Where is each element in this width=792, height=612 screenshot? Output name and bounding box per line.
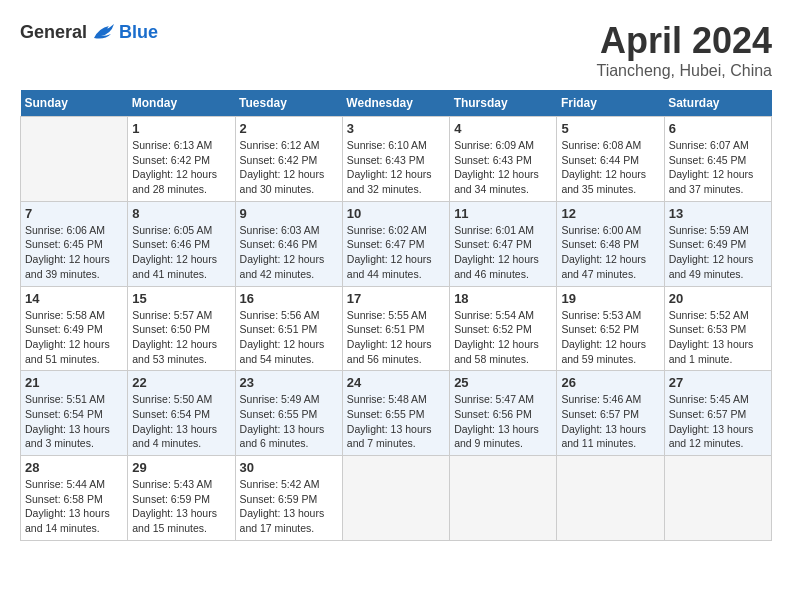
calendar-cell (557, 456, 664, 541)
day-number: 2 (240, 121, 338, 136)
day-number: 4 (454, 121, 552, 136)
day-number: 17 (347, 291, 445, 306)
day-number: 6 (669, 121, 767, 136)
day-number: 11 (454, 206, 552, 221)
day-info: Sunrise: 5:46 AM Sunset: 6:57 PM Dayligh… (561, 392, 659, 451)
logo-general-text: General (20, 22, 87, 43)
title-section: April 2024 Tiancheng, Hubei, China (596, 20, 772, 80)
calendar-cell: 28Sunrise: 5:44 AM Sunset: 6:58 PM Dayli… (21, 456, 128, 541)
weekday-header: Sunday (21, 90, 128, 117)
week-row: 28Sunrise: 5:44 AM Sunset: 6:58 PM Dayli… (21, 456, 772, 541)
logo-bird-icon (89, 20, 119, 44)
day-number: 10 (347, 206, 445, 221)
day-number: 14 (25, 291, 123, 306)
week-row: 7Sunrise: 6:06 AM Sunset: 6:45 PM Daylig… (21, 201, 772, 286)
day-info: Sunrise: 5:42 AM Sunset: 6:59 PM Dayligh… (240, 477, 338, 536)
day-number: 22 (132, 375, 230, 390)
day-number: 30 (240, 460, 338, 475)
day-info: Sunrise: 6:02 AM Sunset: 6:47 PM Dayligh… (347, 223, 445, 282)
week-row: 21Sunrise: 5:51 AM Sunset: 6:54 PM Dayli… (21, 371, 772, 456)
day-info: Sunrise: 6:09 AM Sunset: 6:43 PM Dayligh… (454, 138, 552, 197)
day-number: 15 (132, 291, 230, 306)
calendar-cell: 1Sunrise: 6:13 AM Sunset: 6:42 PM Daylig… (128, 117, 235, 202)
page-header: General Blue April 2024 Tiancheng, Hubei… (20, 20, 772, 80)
day-info: Sunrise: 5:54 AM Sunset: 6:52 PM Dayligh… (454, 308, 552, 367)
calendar-cell (450, 456, 557, 541)
weekday-header: Friday (557, 90, 664, 117)
calendar-cell: 27Sunrise: 5:45 AM Sunset: 6:57 PM Dayli… (664, 371, 771, 456)
day-number: 12 (561, 206, 659, 221)
day-number: 1 (132, 121, 230, 136)
day-number: 26 (561, 375, 659, 390)
day-number: 5 (561, 121, 659, 136)
day-info: Sunrise: 6:06 AM Sunset: 6:45 PM Dayligh… (25, 223, 123, 282)
day-info: Sunrise: 5:56 AM Sunset: 6:51 PM Dayligh… (240, 308, 338, 367)
day-info: Sunrise: 5:44 AM Sunset: 6:58 PM Dayligh… (25, 477, 123, 536)
calendar-cell: 11Sunrise: 6:01 AM Sunset: 6:47 PM Dayli… (450, 201, 557, 286)
calendar-cell: 13Sunrise: 5:59 AM Sunset: 6:49 PM Dayli… (664, 201, 771, 286)
calendar-cell: 16Sunrise: 5:56 AM Sunset: 6:51 PM Dayli… (235, 286, 342, 371)
calendar-cell: 23Sunrise: 5:49 AM Sunset: 6:55 PM Dayli… (235, 371, 342, 456)
day-info: Sunrise: 5:52 AM Sunset: 6:53 PM Dayligh… (669, 308, 767, 367)
calendar-cell: 7Sunrise: 6:06 AM Sunset: 6:45 PM Daylig… (21, 201, 128, 286)
weekday-header-row: SundayMondayTuesdayWednesdayThursdayFrid… (21, 90, 772, 117)
calendar-cell: 6Sunrise: 6:07 AM Sunset: 6:45 PM Daylig… (664, 117, 771, 202)
calendar-cell: 19Sunrise: 5:53 AM Sunset: 6:52 PM Dayli… (557, 286, 664, 371)
calendar-cell: 30Sunrise: 5:42 AM Sunset: 6:59 PM Dayli… (235, 456, 342, 541)
day-info: Sunrise: 6:08 AM Sunset: 6:44 PM Dayligh… (561, 138, 659, 197)
day-number: 18 (454, 291, 552, 306)
day-number: 9 (240, 206, 338, 221)
day-info: Sunrise: 6:05 AM Sunset: 6:46 PM Dayligh… (132, 223, 230, 282)
logo-blue-text: Blue (119, 22, 158, 43)
calendar-cell: 14Sunrise: 5:58 AM Sunset: 6:49 PM Dayli… (21, 286, 128, 371)
day-number: 25 (454, 375, 552, 390)
day-number: 16 (240, 291, 338, 306)
calendar-cell: 29Sunrise: 5:43 AM Sunset: 6:59 PM Dayli… (128, 456, 235, 541)
calendar-cell: 20Sunrise: 5:52 AM Sunset: 6:53 PM Dayli… (664, 286, 771, 371)
day-info: Sunrise: 5:55 AM Sunset: 6:51 PM Dayligh… (347, 308, 445, 367)
logo: General Blue (20, 20, 158, 44)
day-number: 13 (669, 206, 767, 221)
calendar-cell: 26Sunrise: 5:46 AM Sunset: 6:57 PM Dayli… (557, 371, 664, 456)
day-info: Sunrise: 6:07 AM Sunset: 6:45 PM Dayligh… (669, 138, 767, 197)
day-number: 19 (561, 291, 659, 306)
calendar-cell: 25Sunrise: 5:47 AM Sunset: 6:56 PM Dayli… (450, 371, 557, 456)
weekday-header: Wednesday (342, 90, 449, 117)
calendar-cell: 2Sunrise: 6:12 AM Sunset: 6:42 PM Daylig… (235, 117, 342, 202)
weekday-header: Tuesday (235, 90, 342, 117)
day-info: Sunrise: 5:43 AM Sunset: 6:59 PM Dayligh… (132, 477, 230, 536)
day-info: Sunrise: 5:58 AM Sunset: 6:49 PM Dayligh… (25, 308, 123, 367)
calendar-cell (664, 456, 771, 541)
calendar-subtitle: Tiancheng, Hubei, China (596, 62, 772, 80)
day-number: 3 (347, 121, 445, 136)
day-info: Sunrise: 6:00 AM Sunset: 6:48 PM Dayligh… (561, 223, 659, 282)
day-number: 28 (25, 460, 123, 475)
calendar-cell (342, 456, 449, 541)
day-info: Sunrise: 5:50 AM Sunset: 6:54 PM Dayligh… (132, 392, 230, 451)
week-row: 14Sunrise: 5:58 AM Sunset: 6:49 PM Dayli… (21, 286, 772, 371)
day-info: Sunrise: 5:57 AM Sunset: 6:50 PM Dayligh… (132, 308, 230, 367)
weekday-header: Monday (128, 90, 235, 117)
calendar-cell: 4Sunrise: 6:09 AM Sunset: 6:43 PM Daylig… (450, 117, 557, 202)
day-number: 7 (25, 206, 123, 221)
calendar-cell: 18Sunrise: 5:54 AM Sunset: 6:52 PM Dayli… (450, 286, 557, 371)
calendar-cell (21, 117, 128, 202)
day-number: 24 (347, 375, 445, 390)
calendar-cell: 15Sunrise: 5:57 AM Sunset: 6:50 PM Dayli… (128, 286, 235, 371)
calendar-cell: 21Sunrise: 5:51 AM Sunset: 6:54 PM Dayli… (21, 371, 128, 456)
day-info: Sunrise: 5:59 AM Sunset: 6:49 PM Dayligh… (669, 223, 767, 282)
calendar-cell: 17Sunrise: 5:55 AM Sunset: 6:51 PM Dayli… (342, 286, 449, 371)
day-number: 20 (669, 291, 767, 306)
day-info: Sunrise: 6:13 AM Sunset: 6:42 PM Dayligh… (132, 138, 230, 197)
day-info: Sunrise: 6:03 AM Sunset: 6:46 PM Dayligh… (240, 223, 338, 282)
day-number: 23 (240, 375, 338, 390)
day-info: Sunrise: 6:12 AM Sunset: 6:42 PM Dayligh… (240, 138, 338, 197)
day-info: Sunrise: 5:48 AM Sunset: 6:55 PM Dayligh… (347, 392, 445, 451)
day-number: 21 (25, 375, 123, 390)
calendar-cell: 8Sunrise: 6:05 AM Sunset: 6:46 PM Daylig… (128, 201, 235, 286)
day-info: Sunrise: 6:01 AM Sunset: 6:47 PM Dayligh… (454, 223, 552, 282)
day-number: 29 (132, 460, 230, 475)
weekday-header: Saturday (664, 90, 771, 117)
day-info: Sunrise: 5:51 AM Sunset: 6:54 PM Dayligh… (25, 392, 123, 451)
day-info: Sunrise: 5:45 AM Sunset: 6:57 PM Dayligh… (669, 392, 767, 451)
